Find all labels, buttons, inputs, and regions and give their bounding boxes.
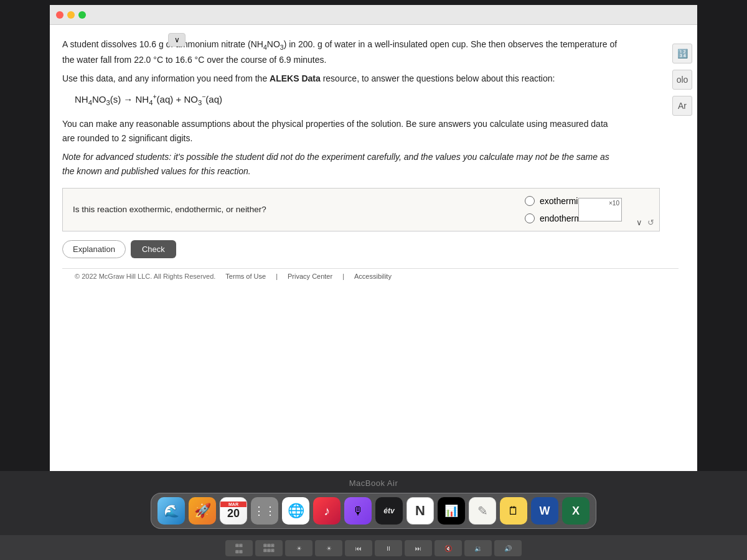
question-label: Is this reaction exothermic, endothermic… (73, 205, 500, 214)
problem-text: A student dissolves 10.6 g of ammonium n… (62, 37, 622, 178)
laptop-body: ∨ 🔢 olo Ar A student dissolves 10.6 g of… (0, 0, 747, 560)
chemical-equation: NH4NO3(s) → NH4+(aq) + NO3−(aq) (75, 91, 622, 108)
dock-item-stocks[interactable]: 📊 (438, 497, 465, 525)
close-button[interactable] (56, 11, 63, 19)
word-icon: W (540, 505, 550, 518)
key-f5[interactable]: ☀ (285, 540, 312, 556)
key-f7[interactable]: ⏮ (345, 540, 372, 556)
curve-icon: ↺ (647, 218, 654, 227)
macbook-label: MacBook Air (349, 471, 398, 493)
key-f3[interactable]: ⊞⊞⊞⊞ (225, 540, 253, 556)
dock-item-system-prefs[interactable]: ⋮⋮ (251, 497, 278, 525)
element-icon[interactable]: Ar (672, 96, 692, 116)
dock-item-word[interactable]: W (531, 497, 558, 525)
dock-item-notes[interactable]: 🗒 (500, 497, 527, 525)
calendar-month: MAR (220, 502, 247, 507)
finder-icon: 🌊 (164, 503, 179, 518)
chevron-up-button[interactable]: ∨ (168, 33, 186, 47)
main-content: ∨ 🔢 olo Ar A student dissolves 10.6 g of… (50, 25, 697, 471)
right-sidebar: 🔢 olo Ar (672, 44, 692, 116)
freeform-icon: ✎ (477, 503, 488, 518)
footer-copyright: © 2022 McGraw Hill LLC. All Rights Reser… (75, 273, 215, 280)
dock: 🌊 🚀 MAR 20 ⋮⋮ 🌐 ♪ (151, 493, 596, 529)
problem-sentence-2: Use this data, and any information you n… (62, 72, 622, 85)
browser-controls (56, 11, 86, 19)
option-exothermic-label: exothermic (540, 196, 582, 206)
dock-item-news[interactable]: N (406, 497, 434, 525)
notes-icon: 🗒 (508, 505, 519, 518)
podcasts-icon: 🎙 (352, 505, 364, 518)
news-icon: N (415, 503, 425, 519)
periodic-table-icon[interactable]: olo (672, 70, 692, 90)
key-f9[interactable]: ⏭ (405, 540, 432, 556)
screen-bezel: ∨ 🔢 olo Ar A student dissolves 10.6 g of… (0, 0, 747, 471)
dock-item-podcasts[interactable]: 🎙 (344, 497, 372, 525)
chrome-icon: 🌐 (288, 503, 304, 519)
minimize-button[interactable] (67, 11, 75, 19)
dock-item-freeform[interactable]: ✎ (469, 497, 496, 525)
browser-bar (50, 5, 697, 25)
dock-item-appletv[interactable]: étv (375, 497, 403, 525)
stocks-icon: 📊 (444, 504, 458, 518)
explanation-button[interactable]: Explanation (62, 240, 126, 258)
key-f8-label: ⏸ (385, 545, 392, 552)
calendar-day: 20 (227, 507, 240, 520)
question-area: Is this reaction exothermic, endothermic… (62, 188, 660, 231)
dock-item-excel[interactable]: X (562, 497, 590, 525)
music-icon: ♪ (324, 504, 330, 518)
key-f6-label: ☀ (326, 545, 332, 552)
chevron-icon[interactable]: ∨ (636, 218, 642, 227)
key-f6[interactable]: ☀ (315, 540, 342, 556)
footer-separator-1: | (276, 273, 278, 280)
key-f3-dots: ⊞⊞⊞⊞ (235, 543, 243, 554)
key-f12[interactable]: 🔊 (494, 540, 522, 556)
key-f11-label: 🔉 (474, 545, 482, 552)
x10-label: ×10 (609, 200, 619, 207)
key-f10-label: 🔇 (444, 545, 452, 552)
key-f9-label: ⏭ (415, 545, 421, 552)
key-f3-label: ⊞⊞⊞⊞ (235, 542, 243, 554)
dock-item-launchpad[interactable]: 🚀 (189, 497, 216, 525)
key-f10[interactable]: 🔇 (435, 540, 462, 556)
footer-accessibility[interactable]: Accessibility (354, 273, 392, 280)
key-f8[interactable]: ⏸ (375, 540, 402, 556)
footer-terms[interactable]: Terms of Use (225, 273, 266, 280)
function-key-row: ⊞⊞⊞⊞ ⊞⊞⊞⊞⊞⊞ ☀ ☀ ⏮ ⏸ ⏭ 🔇 (225, 540, 522, 556)
launchpad-icon: 🚀 (194, 503, 211, 519)
calculator-icon[interactable]: 🔢 (672, 44, 692, 63)
key-f11[interactable]: 🔉 (464, 540, 492, 556)
appletv-icon: étv (383, 506, 394, 515)
key-f7-label: ⏮ (355, 545, 362, 552)
key-f5-label: ☀ (296, 545, 302, 552)
radio-endothermic[interactable] (525, 213, 535, 223)
check-button[interactable]: Check (131, 240, 176, 258)
system-prefs-icon: ⋮⋮ (253, 504, 276, 518)
key-f4-label: ⊞⊞⊞⊞⊞⊞ (263, 543, 275, 553)
action-buttons: Explanation Check (62, 240, 679, 258)
radio-exothermic[interactable] (525, 196, 535, 206)
chevron-up-icon: ∨ (174, 35, 180, 44)
browser-area: ∨ 🔢 olo Ar A student dissolves 10.6 g of… (50, 5, 697, 471)
dock-container: MacBook Air 🌊 🚀 MAR 20 ⋮⋮ 🌐 (0, 471, 747, 535)
key-f4[interactable]: ⊞⊞⊞⊞⊞⊞ (255, 540, 283, 556)
key-f12-label: 🔊 (504, 545, 512, 552)
problem-sentence-1: A student dissolves 10.6 g of ammonium n… (62, 37, 622, 67)
footer-separator-2: | (342, 273, 344, 280)
problem-note-2: Note for advanced students: it's possibl… (62, 150, 622, 178)
excel-icon: X (572, 505, 580, 518)
dock-item-calendar[interactable]: MAR 20 (220, 497, 247, 525)
fullscreen-button[interactable] (78, 11, 86, 19)
footer-privacy[interactable]: Privacy Center (288, 273, 332, 280)
footer-bar: © 2022 McGraw Hill LLC. All Rights Reser… (62, 268, 679, 284)
answer-input[interactable]: ×10 (578, 198, 622, 222)
dock-item-chrome[interactable]: 🌐 (282, 497, 309, 525)
dock-item-music[interactable]: ♪ (313, 497, 341, 525)
keyboard-area: ⊞⊞⊞⊞ ⊞⊞⊞⊞⊞⊞ ☀ ☀ ⏮ ⏸ ⏭ 🔇 (0, 535, 747, 560)
dock-item-finder[interactable]: 🌊 (157, 497, 185, 525)
problem-note-1: You can make any reasonable assumptions … (62, 117, 622, 145)
